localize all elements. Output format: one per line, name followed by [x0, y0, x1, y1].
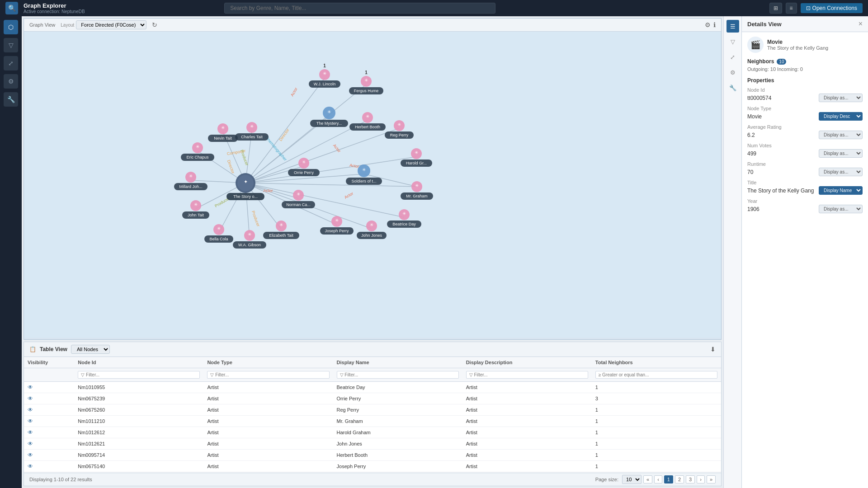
graph-header-right: ⚙ ℹ [705, 21, 716, 28]
sidebar-settings-icon[interactable]: ⚙ [4, 74, 18, 89]
svg-text:✳: ✳ [194, 202, 198, 207]
properties-title: Properties [747, 77, 863, 84]
svg-text:✳: ✳ [366, 114, 369, 119]
next-page-button[interactable]: › [697, 475, 705, 483]
first-page-button[interactable]: « [643, 475, 652, 483]
page-2-button[interactable]: 2 [675, 475, 684, 483]
svg-text:Eric Chapus: Eric Chapus [186, 155, 209, 160]
svg-text:Beatrice Day: Beatrice Day [392, 222, 416, 226]
settings-panel-icon[interactable]: ⚙ [726, 66, 739, 79]
cell-neighbors: 3 [592, 393, 721, 404]
property-display-dropdown[interactable]: Display as... Display as... Display Name… [819, 168, 863, 176]
prev-page-button[interactable]: ‹ [654, 475, 662, 483]
eye-icon[interactable]: 👁 [28, 384, 33, 390]
table-body: 👁 Nm1010955 Artist Beatrice Day Artist 1… [24, 382, 721, 473]
eye-icon[interactable]: 👁 [28, 395, 33, 402]
open-connections-button[interactable]: ⊡ Open Connections [801, 3, 863, 13]
property-value-row: Movie Display Desc Display as... Display… [747, 112, 863, 121]
svg-text:✳: ✳ [397, 122, 401, 127]
sidebar-graph-icon[interactable]: ⬡ [4, 20, 18, 34]
sidebar-filter-icon[interactable]: ▽ [4, 38, 18, 52]
neighbors-filter-input[interactable] [595, 371, 717, 379]
svg-text:✳: ✳ [297, 192, 300, 197]
cell-neighbors: 1 [592, 416, 721, 427]
property-display-dropdown[interactable]: Display as... Display as... Display Name… [819, 149, 863, 158]
eye-icon[interactable]: 👁 [28, 407, 33, 413]
displaydesc-filter-input[interactable] [466, 371, 588, 379]
cell-nodeid: Nm1012612 [74, 427, 203, 438]
displayname-filter-input[interactable] [337, 371, 459, 379]
col-neighbors: Total Neighbors [592, 357, 721, 368]
grid-icon-button[interactable]: ⊞ [769, 3, 782, 14]
cell-visibility: 👁 [24, 382, 74, 393]
graph-settings-icon[interactable]: ⚙ [705, 21, 711, 28]
filter-displayname[interactable] [333, 368, 462, 382]
page-size-select[interactable]: 10 25 50 [622, 475, 642, 484]
graph-header: Graph View Layout Force Directed (F0Cose… [24, 19, 721, 32]
filter-visibility [24, 368, 74, 382]
sidebar-expand-icon[interactable]: ⤢ [4, 56, 18, 70]
sidebar-tool-icon[interactable]: 🔧 [4, 92, 18, 107]
property-display-dropdown[interactable]: Display as... Display as... Display Name… [819, 205, 863, 213]
table-row: 👁 Nm0675239 Artist Orrie Perry Artist 3 [24, 393, 721, 404]
layout-dropdown[interactable]: Force Directed (F0Cose) Hierarchical Cir… [76, 20, 146, 29]
property-row: Num Votes 499 Display as... Display as..… [747, 143, 863, 158]
expand-panel-icon[interactable]: ⤢ [726, 51, 739, 63]
svg-text:✳: ✳ [279, 222, 283, 227]
filter-neighbors[interactable] [592, 368, 721, 382]
cell-nodetype: Artist [203, 450, 333, 461]
cell-neighbors: 1 [592, 427, 721, 438]
tool-panel-icon[interactable]: 🔧 [726, 81, 739, 94]
nodeid-filter-input[interactable] [78, 371, 200, 379]
graph-canvas[interactable]: Director Composer Producer Cinematograph… [24, 32, 721, 338]
cell-displayname: Beatrice Day [333, 382, 462, 393]
layout-select-group: Layout Force Directed (F0Cose) Hierarchi… [61, 20, 146, 29]
last-page-button[interactable]: » [707, 475, 716, 483]
cell-displaydesc: Artist [462, 382, 592, 393]
filter-panel-icon[interactable]: ▽ [726, 35, 739, 48]
property-value: tt0000574 [747, 95, 771, 101]
table-row: 👁 Nm0675260 Artist Reg Perry Artist 1 [24, 404, 721, 416]
cell-displaydesc: Artist [462, 450, 592, 461]
search-bar[interactable] [224, 3, 495, 14]
nodetype-filter-input[interactable] [207, 371, 329, 379]
eye-icon[interactable]: 👁 [28, 452, 33, 458]
close-details-button[interactable]: × [859, 20, 863, 28]
table-scroll[interactable]: Visibility Node Id Node Type Display Nam… [24, 357, 721, 473]
filter-displaydesc[interactable] [462, 368, 592, 382]
table-filter-row [24, 368, 721, 382]
svg-text:W.A. Gibson: W.A. Gibson [238, 243, 261, 247]
topbar: 🔍 Graph Explorer Active connection: Nept… [0, 0, 868, 16]
search-input[interactable] [224, 3, 495, 14]
svg-text:W.J. Lincoln: W.J. Lincoln [314, 82, 336, 86]
graph-svg: Director Composer Producer Cinematograph… [24, 32, 721, 338]
eye-icon[interactable]: 👁 [28, 418, 33, 424]
filter-nodeid[interactable] [74, 368, 203, 382]
cell-displaydesc: Artist [462, 461, 592, 472]
eye-icon[interactable]: 👁 [28, 429, 33, 436]
node-filter-select[interactable]: All Nodes Artist Movie [71, 345, 110, 354]
details-view-icon[interactable]: ☰ [726, 20, 739, 33]
svg-text:✳: ✳ [364, 78, 368, 83]
cell-displaydesc: Artist [462, 427, 592, 438]
eye-icon[interactable]: 👁 [28, 441, 33, 447]
property-display-dropdown[interactable]: Display Name Display as... Display Name … [819, 186, 863, 195]
property-display-dropdown[interactable]: Display as... Display as... Display Name… [819, 131, 863, 139]
eye-icon[interactable]: 👁 [28, 463, 33, 469]
cell-nodetype: Artist [203, 393, 333, 404]
graph-info-icon[interactable]: ℹ [713, 21, 716, 28]
svg-text:✳: ✳ [415, 150, 418, 155]
property-display-dropdown[interactable]: Display Desc Display as... Display Name … [819, 112, 863, 121]
svg-text:John Jones: John Jones [361, 233, 382, 238]
property-value-row: The Story of the Kelly Gang Display Name… [747, 186, 863, 195]
refresh-button[interactable]: ↻ [152, 21, 157, 28]
list-icon-button[interactable]: ≡ [786, 3, 797, 14]
table-row: 👁 Nm1011210 Artist Mr. Graham Artist 1 [24, 416, 721, 427]
page-1-button[interactable]: 1 [664, 475, 673, 483]
download-button[interactable]: ⬇ [710, 346, 716, 353]
filter-nodetype[interactable] [203, 368, 333, 382]
property-display-dropdown[interactable]: Display as... Display as... Display Name… [819, 94, 863, 102]
cell-nodetype: Artist [203, 427, 333, 438]
page-3-button[interactable]: 3 [686, 475, 695, 483]
svg-text:✳: ✳ [323, 71, 326, 76]
